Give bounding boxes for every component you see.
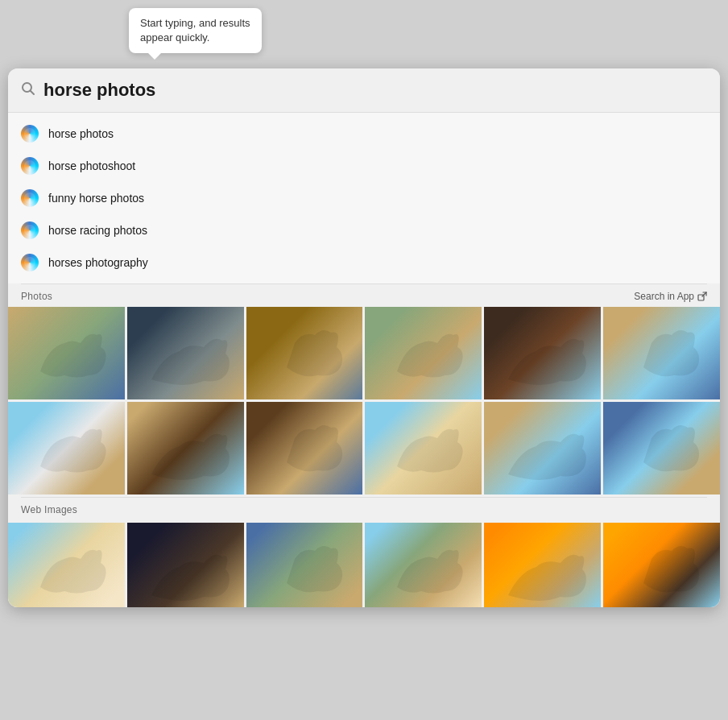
suggestion-item[interactable]: horses photography [8,246,720,279]
photo-cell[interactable] [484,402,601,494]
suggestion-item[interactable]: horse racing photos [8,214,720,246]
safari-icon-4 [21,221,39,239]
web-images-section-title: Web Images [21,504,77,515]
photo-cell[interactable] [365,307,482,399]
search-icon [21,81,35,100]
suggestion-text: horse photos [48,127,114,140]
photo-cell[interactable] [127,307,244,399]
photo-cell[interactable] [8,402,125,494]
suggestion-text: horse photoshoot [48,159,135,172]
search-query[interactable]: horse photos [43,80,707,101]
suggestion-text: horse racing photos [48,224,147,237]
photo-cell[interactable] [127,402,244,494]
safari-icon-3 [21,189,39,207]
safari-icon-1 [21,125,39,143]
svg-line-1 [31,90,35,94]
search-panel: horse photos horse photos horse photosho… [8,68,720,607]
safari-icon-2 [21,157,39,175]
photo-cell[interactable] [603,307,720,399]
search-bar: horse photos [8,68,720,113]
search-in-app-button[interactable]: Search in App [634,291,707,302]
web-image-cell[interactable] [127,523,244,607]
photo-cell[interactable] [365,402,482,494]
suggestion-text: funny horse photos [48,192,144,205]
safari-icon-5 [21,254,39,271]
web-image-cell[interactable] [484,523,601,607]
suggestion-text: horses photography [48,256,148,269]
search-in-app-label: Search in App [634,291,694,302]
suggestion-item[interactable]: funny horse photos [8,182,720,214]
web-image-cell[interactable] [8,523,125,607]
photos-section-header: Photos Search in App [8,284,720,307]
photos-grid [8,307,720,497]
suggestion-item[interactable]: horse photoshoot [8,150,720,182]
web-images-section-header: Web Images [8,498,720,520]
tooltip-text: Start typing, and results [140,17,250,29]
photo-cell[interactable] [8,307,125,399]
suggestion-item[interactable]: horse photos [8,118,720,150]
photo-cell[interactable] [484,307,601,399]
web-image-cell[interactable] [365,523,482,607]
tooltip-text-2: appear quickly. [140,31,209,43]
web-image-cell[interactable] [246,523,363,607]
web-image-cell[interactable] [603,523,720,607]
tooltip: Start typing, and results appear quickly… [129,8,262,53]
photos-section-title: Photos [21,291,52,302]
web-images-grid [8,520,720,607]
photo-cell[interactable] [246,402,363,494]
suggestions-list: horse photos horse photoshoot funny hors… [8,113,720,283]
photo-cell[interactable] [603,402,720,494]
photo-cell[interactable] [246,307,363,399]
external-link-icon [697,292,707,301]
